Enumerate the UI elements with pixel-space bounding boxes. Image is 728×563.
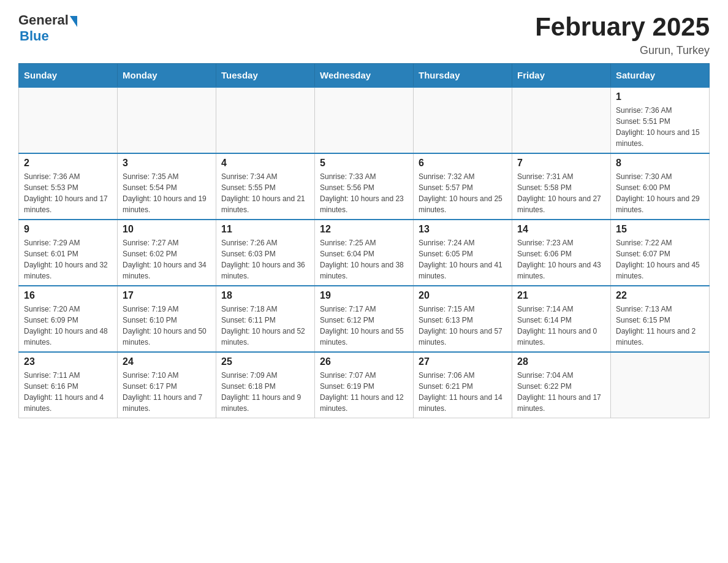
day-number: 21	[517, 290, 605, 301]
day-number: 20	[419, 290, 507, 301]
day-info: Sunrise: 7:29 AMSunset: 6:01 PMDaylight:…	[24, 237, 112, 282]
calendar-cell: 7Sunrise: 7:31 AMSunset: 5:58 PMDaylight…	[512, 153, 611, 220]
calendar-cell: 4Sunrise: 7:34 AMSunset: 5:55 PMDaylight…	[216, 153, 315, 220]
calendar-cell	[315, 87, 414, 153]
calendar-body: 1Sunrise: 7:36 AMSunset: 5:51 PMDaylight…	[19, 87, 710, 418]
calendar-cell: 8Sunrise: 7:30 AMSunset: 6:00 PMDaylight…	[611, 153, 710, 220]
day-info: Sunrise: 7:32 AMSunset: 5:57 PMDaylight:…	[419, 171, 507, 215]
week-row-2: 2Sunrise: 7:36 AMSunset: 5:53 PMDaylight…	[19, 153, 710, 220]
day-info: Sunrise: 7:23 AMSunset: 6:06 PMDaylight:…	[517, 237, 605, 282]
day-number: 27	[419, 356, 507, 367]
location: Gurun, Turkey	[535, 44, 710, 57]
calendar-table: SundayMondayTuesdayWednesdayThursdayFrid…	[18, 63, 710, 418]
calendar-cell: 10Sunrise: 7:27 AMSunset: 6:02 PMDayligh…	[118, 220, 216, 286]
day-number: 10	[123, 224, 211, 235]
day-number: 13	[419, 224, 507, 235]
day-info: Sunrise: 7:27 AMSunset: 6:02 PMDaylight:…	[123, 237, 211, 282]
day-info: Sunrise: 7:13 AMSunset: 6:15 PMDaylight:…	[616, 304, 704, 348]
logo-triangle-icon	[70, 16, 77, 27]
day-header-thursday: Thursday	[414, 64, 512, 88]
calendar-cell: 9Sunrise: 7:29 AMSunset: 6:01 PMDaylight…	[19, 220, 118, 286]
calendar-cell: 2Sunrise: 7:36 AMSunset: 5:53 PMDaylight…	[19, 153, 118, 220]
week-row-3: 9Sunrise: 7:29 AMSunset: 6:01 PMDaylight…	[19, 220, 710, 286]
day-number: 24	[123, 356, 211, 367]
day-number: 23	[24, 356, 112, 367]
calendar-cell	[512, 87, 611, 153]
calendar-cell: 18Sunrise: 7:18 AMSunset: 6:11 PMDayligh…	[216, 286, 315, 352]
day-number: 6	[419, 158, 507, 169]
day-info: Sunrise: 7:07 AMSunset: 6:19 PMDaylight:…	[320, 370, 408, 414]
day-info: Sunrise: 7:11 AMSunset: 6:16 PMDaylight:…	[24, 370, 112, 414]
calendar-cell: 15Sunrise: 7:22 AMSunset: 6:07 PMDayligh…	[611, 220, 710, 286]
day-number: 18	[221, 290, 309, 301]
calendar-cell: 12Sunrise: 7:25 AMSunset: 6:04 PMDayligh…	[315, 220, 414, 286]
calendar-cell: 24Sunrise: 7:10 AMSunset: 6:17 PMDayligh…	[118, 352, 216, 418]
day-info: Sunrise: 7:18 AMSunset: 6:11 PMDaylight:…	[221, 304, 309, 348]
day-number: 2	[24, 158, 112, 169]
day-info: Sunrise: 7:19 AMSunset: 6:10 PMDaylight:…	[123, 304, 211, 348]
calendar-cell: 25Sunrise: 7:09 AMSunset: 6:18 PMDayligh…	[216, 352, 315, 418]
calendar-cell: 16Sunrise: 7:20 AMSunset: 6:09 PMDayligh…	[19, 286, 118, 352]
calendar-header: SundayMondayTuesdayWednesdayThursdayFrid…	[19, 64, 710, 88]
day-number: 12	[320, 224, 408, 235]
day-number: 25	[221, 356, 309, 367]
day-number: 14	[517, 224, 605, 235]
calendar-cell: 26Sunrise: 7:07 AMSunset: 6:19 PMDayligh…	[315, 352, 414, 418]
day-header-sunday: Sunday	[19, 64, 118, 88]
day-info: Sunrise: 7:06 AMSunset: 6:21 PMDaylight:…	[419, 370, 507, 414]
calendar-cell: 21Sunrise: 7:14 AMSunset: 6:14 PMDayligh…	[512, 286, 611, 352]
day-info: Sunrise: 7:20 AMSunset: 6:09 PMDaylight:…	[24, 304, 112, 348]
day-info: Sunrise: 7:17 AMSunset: 6:12 PMDaylight:…	[320, 304, 408, 348]
day-header-wednesday: Wednesday	[315, 64, 414, 88]
month-title: February 2025	[535, 12, 710, 42]
day-info: Sunrise: 7:24 AMSunset: 6:05 PMDaylight:…	[419, 237, 507, 282]
calendar-cell: 3Sunrise: 7:35 AMSunset: 5:54 PMDaylight…	[118, 153, 216, 220]
logo-blue: Blue	[20, 28, 77, 44]
week-row-5: 23Sunrise: 7:11 AMSunset: 6:16 PMDayligh…	[19, 352, 710, 418]
calendar-cell: 14Sunrise: 7:23 AMSunset: 6:06 PMDayligh…	[512, 220, 611, 286]
header-row: SundayMondayTuesdayWednesdayThursdayFrid…	[19, 64, 710, 88]
day-info: Sunrise: 7:36 AMSunset: 5:51 PMDaylight:…	[616, 105, 704, 149]
title-section: February 2025 Gurun, Turkey	[535, 12, 710, 57]
day-info: Sunrise: 7:14 AMSunset: 6:14 PMDaylight:…	[517, 304, 605, 348]
logo: General Blue	[18, 12, 77, 44]
day-number: 4	[221, 158, 309, 169]
calendar-cell: 11Sunrise: 7:26 AMSunset: 6:03 PMDayligh…	[216, 220, 315, 286]
day-number: 15	[616, 224, 704, 235]
day-info: Sunrise: 7:10 AMSunset: 6:17 PMDaylight:…	[123, 370, 211, 414]
day-number: 17	[123, 290, 211, 301]
calendar-cell: 5Sunrise: 7:33 AMSunset: 5:56 PMDaylight…	[315, 153, 414, 220]
day-number: 3	[123, 158, 211, 169]
day-header-monday: Monday	[118, 64, 216, 88]
calendar-cell: 23Sunrise: 7:11 AMSunset: 6:16 PMDayligh…	[19, 352, 118, 418]
day-header-friday: Friday	[512, 64, 611, 88]
calendar-cell: 19Sunrise: 7:17 AMSunset: 6:12 PMDayligh…	[315, 286, 414, 352]
calendar-cell	[216, 87, 315, 153]
day-header-tuesday: Tuesday	[216, 64, 315, 88]
calendar-cell: 27Sunrise: 7:06 AMSunset: 6:21 PMDayligh…	[414, 352, 512, 418]
page-header: General Blue February 2025 Gurun, Turkey	[18, 12, 710, 57]
day-info: Sunrise: 7:15 AMSunset: 6:13 PMDaylight:…	[419, 304, 507, 348]
calendar-cell: 20Sunrise: 7:15 AMSunset: 6:13 PMDayligh…	[414, 286, 512, 352]
day-number: 11	[221, 224, 309, 235]
logo-general: General	[18, 12, 69, 28]
day-number: 7	[517, 158, 605, 169]
day-info: Sunrise: 7:34 AMSunset: 5:55 PMDaylight:…	[221, 171, 309, 215]
calendar-cell: 22Sunrise: 7:13 AMSunset: 6:15 PMDayligh…	[611, 286, 710, 352]
calendar-cell: 1Sunrise: 7:36 AMSunset: 5:51 PMDaylight…	[611, 87, 710, 153]
calendar-cell	[611, 352, 710, 418]
day-number: 16	[24, 290, 112, 301]
day-number: 9	[24, 224, 112, 235]
day-number: 1	[616, 91, 704, 102]
calendar-cell	[19, 87, 118, 153]
calendar-cell: 13Sunrise: 7:24 AMSunset: 6:05 PMDayligh…	[414, 220, 512, 286]
day-info: Sunrise: 7:25 AMSunset: 6:04 PMDaylight:…	[320, 237, 408, 282]
day-info: Sunrise: 7:22 AMSunset: 6:07 PMDaylight:…	[616, 237, 704, 282]
day-info: Sunrise: 7:31 AMSunset: 5:58 PMDaylight:…	[517, 171, 605, 215]
day-info: Sunrise: 7:33 AMSunset: 5:56 PMDaylight:…	[320, 171, 408, 215]
week-row-1: 1Sunrise: 7:36 AMSunset: 5:51 PMDaylight…	[19, 87, 710, 153]
week-row-4: 16Sunrise: 7:20 AMSunset: 6:09 PMDayligh…	[19, 286, 710, 352]
day-info: Sunrise: 7:35 AMSunset: 5:54 PMDaylight:…	[123, 171, 211, 215]
day-number: 26	[320, 356, 408, 367]
calendar-cell: 17Sunrise: 7:19 AMSunset: 6:10 PMDayligh…	[118, 286, 216, 352]
